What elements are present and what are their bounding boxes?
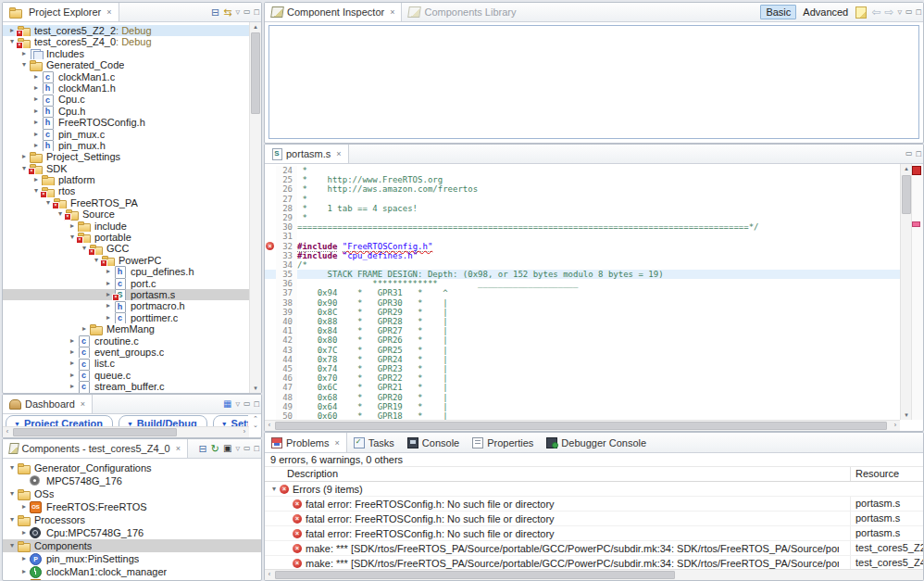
minimize-icon[interactable]: ▭	[243, 396, 251, 412]
scroll-thumb[interactable]	[902, 175, 911, 214]
link-with-editor-icon[interactable]: ⇆	[223, 4, 231, 20]
expander-icon[interactable]	[31, 94, 42, 105]
view-menu-icon[interactable]: ▽	[235, 4, 240, 20]
maximize-icon[interactable]: □	[917, 4, 921, 20]
expander-icon[interactable]	[67, 347, 78, 358]
close-icon[interactable]: ×	[390, 7, 394, 17]
tree-row[interactable]: Project_Settings	[3, 151, 249, 162]
scroll-left-icon[interactable]: ‹	[3, 427, 12, 436]
tree-row[interactable]: pin_mux.c	[3, 129, 249, 140]
tree-row[interactable]: pin_mux:PinSettings	[3, 552, 261, 565]
tree-row[interactable]: stream_buffer.c	[3, 381, 249, 392]
bottom-view-tab[interactable]: Problems ×	[265, 433, 347, 452]
tree-row[interactable]: Cpu.c	[3, 94, 249, 105]
problems-hscrollbar[interactable]: ‹	[265, 569, 923, 580]
problem-row[interactable]: make: *** [SDK/rtos/FreeRTOS_PA/Source/p…	[265, 541, 923, 556]
close-icon[interactable]: ×	[336, 149, 341, 158]
tree-row[interactable]: Includes	[3, 48, 249, 59]
scroll-down-icon[interactable]: ▾	[250, 384, 261, 393]
tree-row[interactable]: PowerPC	[3, 255, 249, 266]
view-menu-icon[interactable]: ▽	[235, 440, 240, 457]
customize-icon[interactable]: ▦	[223, 396, 231, 412]
tab-components[interactable]: Components - test_cores5_Z4_0 ×	[3, 439, 188, 458]
code-area[interactable]: 24 * 25 * http://www.FreeRTOS.org 26 * h…	[265, 164, 900, 420]
tree-row[interactable]: FreeRTOSConfig.h	[3, 117, 249, 128]
tab-portasm[interactable]: portasm.s ×	[265, 145, 349, 163]
expander-icon[interactable]	[19, 500, 30, 513]
column-description[interactable]: Description	[287, 467, 338, 481]
tree-row[interactable]: cpu_defines.h	[3, 266, 249, 277]
tree-row[interactable]: Cpu.h	[3, 106, 249, 117]
tree-row[interactable]: Cpu:MPC5748G_176	[3, 526, 261, 539]
maximize-icon[interactable]: □	[255, 4, 259, 20]
tree-row[interactable]: list.c	[3, 358, 249, 369]
minimize-icon[interactable]: ▭	[905, 4, 913, 20]
scroll-thumb[interactable]	[275, 422, 887, 430]
expander-icon[interactable]	[103, 278, 114, 289]
tab-component-inspector[interactable]: Component Inspector ×	[265, 3, 402, 21]
column-resource[interactable]: Resource	[850, 467, 923, 481]
maximize-icon[interactable]: □	[255, 440, 259, 457]
expander-icon[interactable]	[19, 552, 30, 565]
expander-icon[interactable]	[31, 129, 42, 140]
expander-icon[interactable]	[103, 300, 114, 311]
collapse-all-icon[interactable]: ⊟	[211, 4, 219, 20]
tree-row[interactable]: FreeRTOS:FreeRTOS	[3, 500, 261, 513]
view-menu-icon[interactable]: ▽	[897, 4, 902, 20]
project-explorer-vscrollbar[interactable]: ▴ ▾	[249, 22, 261, 393]
expander-icon[interactable]	[6, 487, 18, 500]
scroll-right-icon[interactable]: ›	[240, 427, 249, 436]
expander-icon[interactable]	[19, 526, 30, 539]
tab-dashboard[interactable]: Dashboard ×	[3, 395, 93, 413]
close-icon[interactable]: ×	[81, 399, 85, 409]
generate-code-icon[interactable]: ↻	[211, 440, 219, 457]
tree-row[interactable]: queue.c	[3, 370, 249, 381]
scroll-up-icon[interactable]: ▴	[250, 22, 261, 32]
mode-button[interactable]: Advanced	[798, 6, 853, 19]
tree-row[interactable]: test_cores5_Z4_0 : Debug	[3, 36, 249, 47]
close-icon[interactable]: ×	[176, 444, 181, 453]
expander-icon[interactable]	[6, 461, 18, 474]
tree-row[interactable]: port.c	[3, 278, 249, 289]
close-icon[interactable]: ×	[106, 7, 111, 17]
minimize-icon[interactable]: ▭	[243, 440, 251, 457]
expander-icon[interactable]	[31, 71, 42, 82]
tree-row[interactable]: clockMan1:clock_manager	[3, 565, 261, 578]
scroll-right-icon[interactable]: ›	[891, 421, 900, 430]
tree-row[interactable]: rtos	[3, 185, 249, 196]
expander-icon[interactable]	[31, 106, 42, 117]
problem-row[interactable]: fatal error: FreeRTOSConfig.h: No such f…	[265, 526, 923, 541]
problem-row[interactable]: fatal error: FreeRTOSConfig.h: No such f…	[265, 512, 923, 526]
tree-row[interactable]: portasm.s	[3, 289, 249, 300]
expander-icon[interactable]	[19, 59, 30, 70]
tree-row[interactable]: MemMang	[3, 323, 249, 335]
tree-row[interactable]: clockMan1.c	[3, 71, 249, 82]
expander-icon[interactable]	[103, 312, 114, 323]
expander-icon[interactable]	[6, 539, 18, 552]
expander-icon[interactable]	[67, 370, 78, 381]
tree-row[interactable]: SDK	[3, 163, 249, 174]
expander-icon[interactable]	[31, 117, 42, 128]
view-menu-icon[interactable]: ▽	[235, 396, 240, 412]
tree-row[interactable]: pin_mux.h	[3, 140, 249, 151]
tab-project-explorer[interactable]: Project Explorer ×	[3, 3, 119, 21]
expander-icon[interactable]	[67, 381, 78, 392]
tree-row[interactable]: Components	[3, 539, 261, 552]
tree-row[interactable]: Generated_Code	[3, 59, 249, 70]
tree-row[interactable]: Processors	[3, 513, 261, 526]
error-marker-icon[interactable]	[912, 221, 920, 227]
expander-icon[interactable]	[19, 151, 30, 162]
tree-row[interactable]: porttimer.c	[3, 312, 249, 323]
tab-components-library[interactable]: Components Library	[402, 3, 522, 21]
back-arrow-icon[interactable]: ⇦	[871, 4, 880, 20]
tree-row[interactable]: test_cores5_Z2_2 : Debug	[3, 25, 249, 36]
problems-group-row[interactable]: Errors (9 items)	[265, 482, 923, 497]
expander-icon[interactable]	[103, 266, 114, 277]
expander-icon[interactable]	[31, 82, 42, 94]
close-icon[interactable]: ×	[334, 438, 339, 448]
overview-ruler[interactable]	[911, 164, 923, 420]
tree-row[interactable]: GCC	[3, 243, 249, 254]
generate-report-icon[interactable]: ▣	[223, 440, 231, 457]
expander-icon[interactable]	[31, 140, 42, 151]
expander-icon[interactable]	[31, 174, 42, 185]
